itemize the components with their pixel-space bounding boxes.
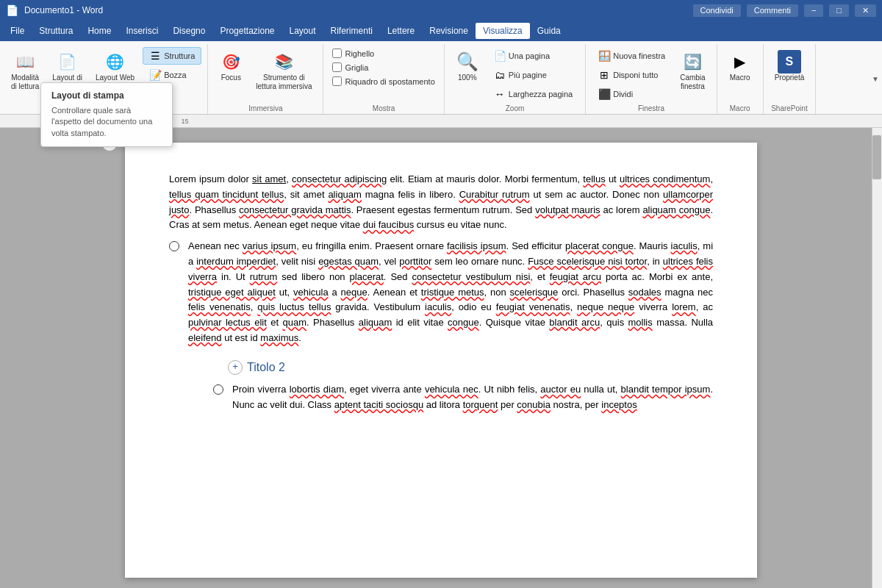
share-button[interactable]: Condividi (693, 4, 741, 17)
document-page: + + Lorem ipsum dolor sit amet, consecte… (125, 143, 757, 578)
griglia-checkbox[interactable] (332, 62, 342, 72)
ribbon-group-zoom: 🔍 100% 📄 Una pagina 🗂 Più pagine ↔ Largh… (445, 44, 586, 114)
finestra-label: Finestra (638, 104, 664, 112)
menu-bar: File Struttura Home Inserisci Disegno Pr… (0, 21, 882, 41)
struttura-icon: ☰ (149, 50, 161, 62)
macro-icon: ▶ (728, 50, 752, 74)
ribbon-scroll-right[interactable]: ▼ (869, 44, 882, 114)
ribbon-group-finestra: 🪟 Nuova finestra ⊞ Disponi tutto ⬛ Divid… (586, 44, 717, 114)
modalita-lettura-label: Modalitàdi lettura (11, 74, 39, 91)
piu-pagine-button[interactable]: 🗂 Più pagine (487, 66, 579, 84)
comment-button[interactable]: Commenti (747, 4, 798, 17)
struttura-label: Struttura (164, 51, 195, 60)
menu-struttura[interactable]: Struttura (32, 23, 80, 39)
zoom-value-label: 100% (458, 74, 477, 82)
zoom-icon: 🔍 (456, 50, 479, 74)
ribbon-group-macro-items: ▶ Macro (723, 47, 757, 103)
disponi-tutto-button[interactable]: ⊞ Disponi tutto (592, 66, 672, 84)
list-content-1: Aenean nec varius ipsum, eu fringilla en… (188, 239, 713, 346)
title-bar-left: 📄 Documento1 - Word (6, 4, 103, 16)
menu-guida[interactable]: Guida (530, 23, 568, 39)
tooltip: Layout di stampa Controllare quale sarà … (40, 82, 173, 147)
ribbon-group-immersiva-items: 🎯 Focus 📚 Strumento dilettura immersiva (214, 47, 317, 103)
paragraph1: Lorem ipsum dolor sit amet, consectetur … (169, 172, 713, 233)
modalita-lettura-button[interactable]: 📖 Modalitàdi lettura (6, 47, 44, 94)
nuova-finestra-button[interactable]: 🪟 Nuova finestra (592, 47, 672, 65)
proprieta-button[interactable]: S Proprietà (770, 47, 810, 85)
zoom-button[interactable]: 🔍 100% (451, 47, 484, 85)
larghezza-pagina-button[interactable]: ↔ Larghezza pagina (487, 85, 579, 103)
vertical-scrollbar[interactable] (872, 128, 882, 588)
layout-web-label: Layout Web (96, 74, 135, 82)
riquadro-checkbox[interactable] (332, 76, 342, 86)
una-pagina-button[interactable]: 📄 Una pagina (487, 47, 579, 65)
finestra-col: 🪟 Nuova finestra ⊞ Disponi tutto ⬛ Divid… (592, 47, 672, 103)
riquadro-checkbox-item[interactable]: Riquadro di spostamento (329, 75, 437, 87)
word-logo-icon: 📄 (6, 4, 18, 16)
zoom-label: Zoom (506, 104, 525, 112)
menu-lettere[interactable]: Lettere (380, 23, 422, 39)
una-pagina-icon: 📄 (494, 50, 506, 62)
macro-label: Macro (730, 74, 750, 82)
bozza-icon: 📝 (149, 69, 161, 81)
title-bar: 📄 Documento1 - Word Condividi Commenti −… (0, 0, 882, 21)
ribbon-group-mostra: Righello Griglia Riquadro di spostamento… (323, 44, 444, 114)
document-area: + + Lorem ipsum dolor sit amet, consecte… (0, 128, 882, 588)
strumento-button[interactable]: 📚 Strumento dilettura immersiva (251, 47, 317, 94)
dividi-icon: ⬛ (598, 88, 610, 100)
menu-inserisci[interactable]: Inserisci (118, 23, 165, 39)
sharepoint-icon: S (778, 50, 801, 74)
ribbon-group-macro: ▶ Macro Macro (717, 44, 764, 114)
mostra-col: Righello Griglia Riquadro di spostamento (329, 47, 437, 87)
mostra-label: Mostra (373, 104, 395, 112)
disponi-tutto-label: Disponi tutto (613, 71, 658, 79)
immersiva-label: Immersiva (248, 104, 282, 112)
righello-label: Righello (345, 49, 374, 58)
menu-file[interactable]: File (3, 23, 32, 39)
bozza-button[interactable]: 📝 Bozza (143, 66, 201, 84)
menu-progettazione[interactable]: Progettazione (212, 23, 282, 39)
menu-revisione[interactable]: Revisione (422, 23, 476, 39)
heading2: Titolo 2 (247, 358, 285, 377)
macro-button[interactable]: ▶ Macro (723, 47, 757, 85)
nuova-finestra-label: Nuova finestra (613, 51, 665, 60)
strumento-label: Strumento dilettura immersiva (256, 74, 312, 91)
menu-visualizza[interactable]: Visualizza (476, 23, 530, 39)
righello-checkbox[interactable] (332, 49, 342, 58)
strumento-icon: 📚 (272, 50, 295, 74)
griglia-label: Griglia (345, 63, 368, 72)
layout-stampa-icon: 📄 (56, 50, 79, 74)
cambia-finestra-label: Cambiafinestra (680, 74, 705, 91)
disponi-tutto-icon: ⊞ (598, 69, 610, 81)
close-button[interactable]: ✕ (855, 4, 876, 17)
focus-button[interactable]: 🎯 Focus (214, 47, 248, 85)
menu-home[interactable]: Home (80, 23, 118, 39)
layout-web-button[interactable]: 🌐 Layout Web (90, 47, 140, 85)
maximize-button[interactable]: □ (829, 4, 849, 17)
ribbon-group-zoom-items: 🔍 100% 📄 Una pagina 🗂 Più pagine ↔ Largh… (451, 47, 579, 103)
riquadro-label: Riquadro di spostamento (345, 77, 434, 86)
layout-web-icon: 🌐 (104, 50, 127, 74)
righello-checkbox-item[interactable]: Righello (329, 47, 437, 60)
list-content-2: Proin viverra lobortis diam, eget viverr… (232, 382, 713, 413)
dividi-button[interactable]: ⬛ Dividi (592, 85, 672, 103)
add-heading-button[interactable]: + (228, 360, 243, 375)
minimize-button[interactable]: − (804, 4, 823, 17)
cambia-finestra-button[interactable]: 🔄 Cambiafinestra (675, 47, 710, 94)
title-bar-right: Condividi Commenti − □ ✕ (693, 4, 876, 17)
nuova-finestra-icon: 🪟 (598, 50, 610, 62)
focus-icon: 🎯 (219, 50, 243, 74)
ribbon-group-sharepoint-items: S Proprietà (770, 47, 810, 103)
modalita-lettura-icon: 📖 (13, 50, 37, 74)
struttura-button[interactable]: ☰ Struttura (143, 47, 201, 65)
dividi-label: Dividi (613, 90, 633, 98)
menu-disegno[interactable]: Disegno (165, 23, 212, 39)
griglia-checkbox-item[interactable]: Griglia (329, 61, 437, 74)
scroll-thumb[interactable] (872, 135, 881, 179)
cambia-finestra-icon: 🔄 (681, 50, 704, 74)
menu-layout[interactable]: Layout (282, 23, 323, 39)
title-bar-title: Documento1 - Word (24, 5, 103, 15)
tooltip-title: Layout di stampa (51, 90, 162, 101)
menu-riferimenti[interactable]: Riferimenti (323, 23, 380, 39)
tooltip-text: Controllare quale sarà l'aspetto del doc… (51, 105, 162, 139)
